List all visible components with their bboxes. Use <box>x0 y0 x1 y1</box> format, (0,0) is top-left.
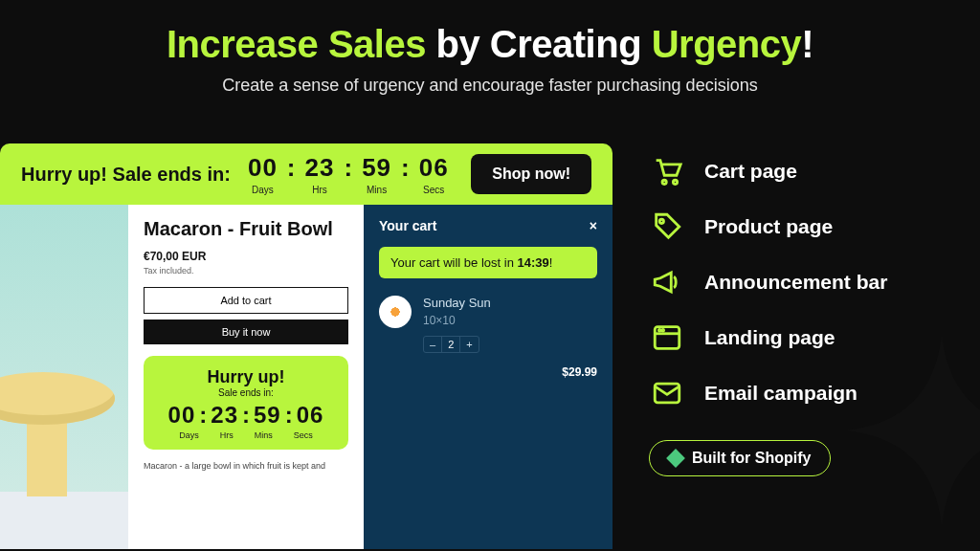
product-timer-seconds-label: Secs <box>294 430 313 440</box>
svg-point-0 <box>662 180 666 184</box>
announcement-timer: 00 Days : 23 Hrs : 59 Mins : 06 Secs <box>248 153 449 195</box>
svg-point-6 <box>662 329 664 331</box>
feature-label: Email campaign <box>704 382 858 405</box>
timer-seconds: 06 Secs <box>419 153 449 195</box>
product-timer: Hurry up! Sale ends in: 00 : 23 : 59 : 0… <box>144 356 348 450</box>
feature-label: Product page <box>704 215 833 238</box>
mockups-column: Hurry up! Sale ends in: 00 Days : 23 Hrs… <box>0 143 612 549</box>
timer-minutes-value: 59 <box>362 153 391 183</box>
svg-point-2 <box>659 219 663 223</box>
product-description: Macaron - a large bowl in which fruit is… <box>144 461 348 471</box>
timer-seconds-value: 06 <box>419 153 449 183</box>
buy-now-button[interactable]: Buy it now <box>144 320 348 344</box>
qty-minus-button[interactable]: – <box>424 337 441 352</box>
product-timer-hours: 23 <box>211 402 238 429</box>
hero-section: Increase Sales by Creating Urgency! Crea… <box>0 0 980 96</box>
product-timer-sub: Sale ends in: <box>151 387 341 398</box>
svg-point-5 <box>658 329 660 331</box>
timer-days-value: 00 <box>248 153 278 183</box>
cart-title: Your cart <box>379 218 436 233</box>
window-icon <box>649 320 685 356</box>
product-price: €70,00 EUR <box>144 250 348 263</box>
cart-item-variant: 10×10 <box>423 314 597 327</box>
cart-alert-time: 14:39 <box>517 255 548 270</box>
cart-item-price: $29.99 <box>562 365 597 379</box>
hero-title-part-4: ! <box>801 23 813 65</box>
product-timer-seconds: 06 <box>297 402 324 429</box>
product-panel: Macaron - Fruit Bowl €70,00 EUR Tax incl… <box>128 205 364 549</box>
feature-cart-page: Cart page <box>649 153 946 189</box>
tag-icon <box>649 209 685 245</box>
product-timer-heading: Hurry up! <box>151 367 341 387</box>
product-timer-minutes-label: Mins <box>255 430 273 440</box>
timer-separator: : <box>344 153 352 183</box>
add-to-cart-button[interactable]: Add to cart <box>144 287 348 314</box>
feature-label: Landing page <box>704 326 835 349</box>
cart-drawer: Your cart × Your cart will be lost in 14… <box>364 205 612 549</box>
cart-alert-prefix: Your cart will be lost in <box>390 255 517 270</box>
hero-title-part-3: Urgency <box>652 23 802 65</box>
feature-product-page: Product page <box>649 209 946 245</box>
mail-icon <box>649 375 685 411</box>
product-timer-days: 00 <box>168 402 196 429</box>
cart-alert-suffix: ! <box>549 255 553 270</box>
timer-separator: : <box>287 153 296 183</box>
feature-label: Announcement bar <box>704 271 887 294</box>
qty-value: 2 <box>441 337 460 352</box>
timer-minutes: 59 Mins <box>362 153 391 195</box>
product-timer-minutes: 59 <box>254 402 281 429</box>
timer-days-label: Days <box>248 185 278 195</box>
product-image <box>0 205 128 549</box>
quantity-stepper[interactable]: – 2 + <box>423 336 479 353</box>
cart-icon <box>649 153 685 189</box>
timer-seconds-label: Secs <box>419 185 449 195</box>
product-title: Macaron - Fruit Bowl <box>144 218 348 240</box>
built-for-shopify-badge: Built for Shopify <box>649 440 831 476</box>
cart-item-name: Sunday Sun <box>423 296 597 310</box>
product-timer-days-label: Days <box>179 430 199 440</box>
timer-days: 00 Days <box>248 153 278 195</box>
announcement-label: Hurry up! Sale ends in: <box>21 164 231 186</box>
product-timer-hours-label: Hrs <box>220 430 234 440</box>
timer-hours: 23 Hrs <box>305 153 335 195</box>
cart-urgency-alert: Your cart will be lost in 14:39! <box>379 247 597 278</box>
timer-hours-label: Hrs <box>305 185 335 195</box>
cart-line-item: Sunday Sun 10×10 – 2 + $29.99 <box>379 296 597 353</box>
feature-announcement-bar: Announcement bar <box>649 264 946 300</box>
close-icon[interactable]: × <box>590 218 597 233</box>
hero-subtitle: Create a sense of urgency and encourage … <box>0 76 980 96</box>
decorative-sparkle-icon <box>846 335 980 526</box>
feature-label: Cart page <box>704 160 797 183</box>
shop-now-button[interactable]: Shop now! <box>471 154 591 194</box>
megaphone-icon <box>649 264 685 300</box>
svg-point-1 <box>673 180 677 184</box>
timer-minutes-label: Mins <box>362 185 391 195</box>
hero-title-part-2: by Creating <box>426 23 652 65</box>
announcement-bar: Hurry up! Sale ends in: 00 Days : 23 Hrs… <box>0 143 612 205</box>
cart-item-thumbnail <box>379 296 412 328</box>
timer-separator: : <box>401 153 410 183</box>
product-tax-note: Tax included. <box>144 266 348 276</box>
qty-plus-button[interactable]: + <box>460 337 478 352</box>
badge-label: Built for Shopify <box>692 450 811 467</box>
diamond-icon <box>666 449 685 468</box>
timer-hours-value: 23 <box>305 153 335 183</box>
hero-title-part-1: Increase Sales <box>167 23 426 65</box>
hero-title: Increase Sales by Creating Urgency! <box>0 23 980 66</box>
